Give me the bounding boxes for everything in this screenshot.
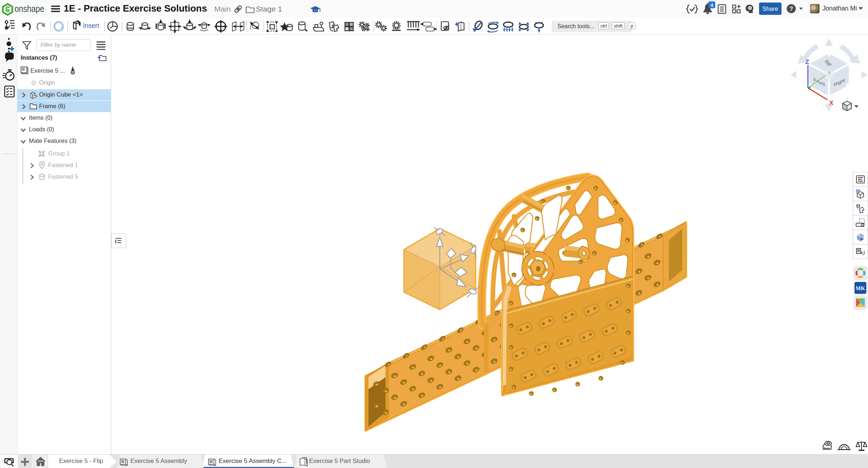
svg-text:Z: Z [805,59,809,65]
svg-text:X: X [829,99,834,106]
svg-text:MK: MK [856,285,865,291]
svg-text:?: ? [789,5,793,12]
svg-text:Y: Y [827,69,831,76]
svg-text:4: 4 [711,3,713,8]
svg-text:x): x) [860,250,865,256]
